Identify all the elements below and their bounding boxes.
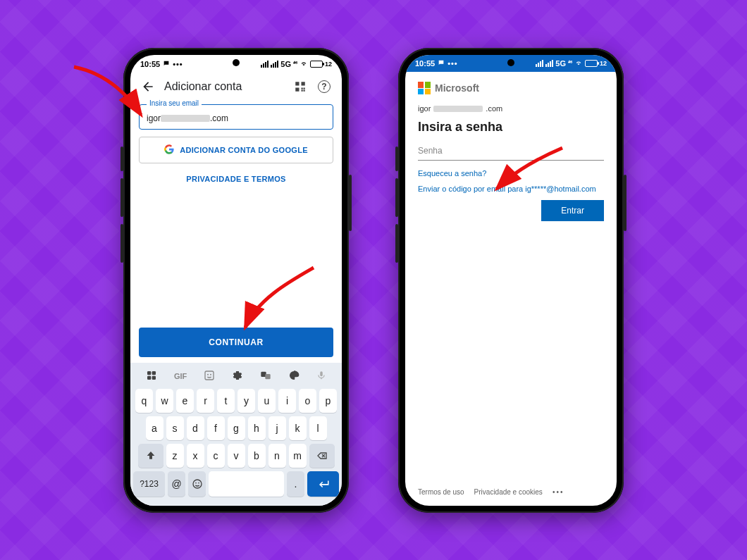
key-a[interactable]: a: [146, 416, 163, 440]
key-f[interactable]: f: [207, 416, 225, 440]
key-c[interactable]: c: [207, 444, 225, 468]
add-google-account-label: ADICIONAR CONTA DO GOOGLE: [180, 146, 308, 154]
signal-bars-icon-2: [545, 60, 553, 67]
kbd-gif-icon[interactable]: GIF: [174, 372, 187, 380]
kbd-grid-icon[interactable]: [146, 370, 157, 383]
phone-mockup-left: 10:55 ••• 5G ⁴⁶ 12: [123, 48, 349, 513]
footer-privacy-link[interactable]: Privacidade e cookies: [474, 488, 543, 496]
key-h[interactable]: h: [248, 416, 266, 440]
key-i[interactable]: i: [278, 389, 296, 413]
help-icon[interactable]: ?: [316, 79, 332, 94]
svg-point-20: [198, 482, 199, 483]
google-logo-icon: [164, 144, 174, 156]
key-p[interactable]: p: [319, 389, 337, 413]
svg-rect-11: [205, 371, 214, 380]
phone-mockup-right: 10:55 ••• 5G ⁴⁶ 12: [398, 48, 624, 513]
microsoft-wordmark: Microsoft: [435, 82, 479, 94]
more-dots-icon: •••: [447, 59, 458, 68]
key-r[interactable]: r: [197, 389, 214, 413]
kbd-row-1: q w e r t y u i o p: [133, 389, 339, 413]
signal-bars-icon-2: [271, 61, 278, 68]
svg-point-12: [207, 373, 209, 375]
volte-icon: ⁴⁶: [568, 60, 572, 66]
footer-links: Termos de uso Privacidade e cookies •••: [418, 481, 604, 506]
network-label: 5G: [555, 59, 566, 68]
footer-terms-link[interactable]: Termos de uso: [418, 488, 464, 496]
enter-password-heading: Insira a senha: [418, 120, 604, 135]
kbd-row-4: ?123 @ .: [133, 471, 339, 497]
signal-bars-icon: [261, 61, 268, 68]
privacy-terms-link[interactable]: PRIVACIDADE E TERMOS: [139, 170, 333, 183]
svg-rect-3: [302, 87, 303, 89]
forgot-password-link[interactable]: Esqueceu a senha?: [418, 169, 604, 178]
key-m[interactable]: m: [289, 444, 307, 468]
key-mode-switch[interactable]: ?123: [133, 471, 165, 497]
svg-rect-7: [147, 371, 151, 375]
continue-button[interactable]: CONTINUAR: [139, 328, 333, 357]
kbd-translate-icon[interactable]: [260, 370, 271, 383]
svg-rect-1: [302, 82, 305, 85]
account-email: igor.com: [418, 104, 604, 113]
kbd-mic-icon[interactable]: [316, 370, 326, 383]
key-period[interactable]: .: [287, 471, 304, 497]
key-enter[interactable]: [307, 471, 339, 497]
key-o[interactable]: o: [299, 389, 316, 413]
sign-in-button[interactable]: Entrar: [541, 200, 604, 221]
password-input[interactable]: Senha: [418, 143, 604, 161]
key-u[interactable]: u: [258, 389, 276, 413]
key-g[interactable]: g: [228, 416, 245, 440]
svg-point-19: [195, 482, 197, 483]
key-w[interactable]: w: [156, 389, 173, 413]
chat-bubble-icon: [163, 60, 170, 68]
status-time: 10:55: [415, 59, 435, 68]
key-l[interactable]: l: [309, 416, 327, 440]
svg-point-18: [193, 480, 202, 488]
key-y[interactable]: y: [237, 389, 255, 413]
battery-icon: 12: [310, 61, 332, 68]
svg-rect-8: [152, 371, 156, 375]
status-time: 10:55: [140, 60, 160, 68]
kbd-settings-icon[interactable]: [232, 370, 243, 383]
key-z[interactable]: z: [166, 444, 184, 468]
volte-icon: ⁴⁶: [293, 61, 297, 67]
svg-rect-4: [304, 89, 305, 91]
send-code-link[interactable]: Enviar o código por email para ig*****@h…: [418, 185, 604, 193]
key-backspace[interactable]: [309, 444, 335, 468]
key-x[interactable]: x: [187, 444, 204, 468]
redacted-segment: [161, 115, 210, 122]
key-n[interactable]: n: [268, 444, 286, 468]
key-q[interactable]: q: [135, 389, 153, 413]
key-t[interactable]: t: [217, 389, 235, 413]
kbd-row-2: a s d f g h j k l: [133, 416, 339, 440]
microsoft-logo: Microsoft: [418, 82, 604, 94]
key-j[interactable]: j: [268, 416, 286, 440]
sign-in-button-label: Entrar: [561, 206, 584, 216]
email-suffix: .com: [210, 113, 228, 123]
footer-more-icon[interactable]: •••: [552, 488, 564, 496]
key-v[interactable]: v: [228, 444, 245, 468]
camera-notch: [233, 59, 240, 66]
key-shift[interactable]: [138, 444, 163, 468]
add-google-account-button[interactable]: ADICIONAR CONTA DO GOOGLE: [139, 137, 333, 163]
back-arrow-icon[interactable]: [140, 79, 156, 94]
svg-rect-5: [302, 89, 303, 91]
continue-button-label: CONTINUAR: [209, 337, 263, 347]
email-input[interactable]: Insira seu email igor.com: [139, 104, 333, 130]
key-s[interactable]: s: [166, 416, 184, 440]
key-space[interactable]: [209, 471, 284, 497]
signal-bars-icon: [536, 60, 543, 67]
key-b[interactable]: b: [248, 444, 266, 468]
qr-code-icon[interactable]: [292, 79, 308, 94]
kbd-sticker-icon[interactable]: [204, 370, 215, 383]
key-emoji[interactable]: [188, 471, 206, 497]
key-d[interactable]: d: [187, 416, 204, 440]
key-e[interactable]: e: [176, 389, 194, 413]
email-input-label: Insira seu email: [147, 99, 202, 107]
svg-rect-10: [152, 375, 156, 379]
key-k[interactable]: k: [289, 416, 307, 440]
key-at[interactable]: @: [168, 471, 185, 497]
kbd-palette-icon[interactable]: [288, 370, 300, 383]
svg-rect-2: [295, 87, 299, 91]
svg-rect-0: [295, 82, 299, 85]
appbar-title: Adicionar conta: [164, 80, 284, 93]
